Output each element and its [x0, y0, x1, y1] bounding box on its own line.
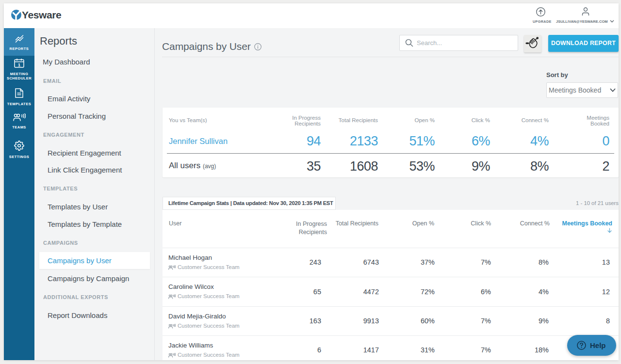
svg-text:1: 1 — [18, 63, 20, 67]
